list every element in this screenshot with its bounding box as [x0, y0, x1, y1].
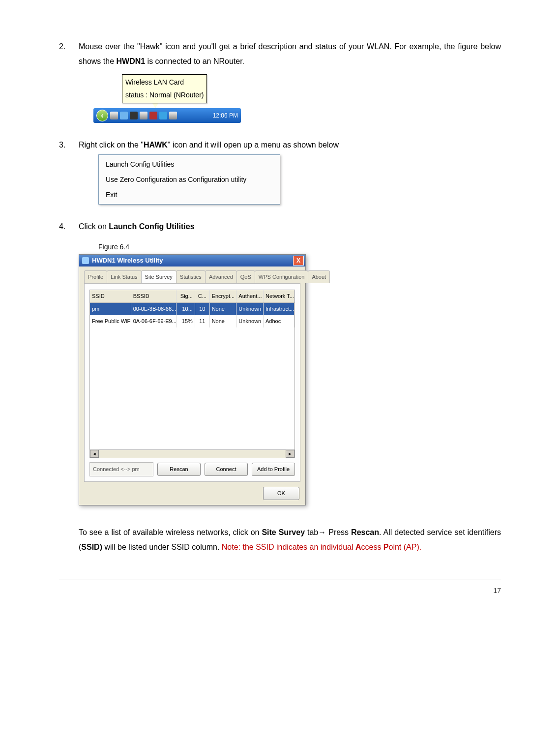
close-button[interactable]: X	[293, 256, 304, 266]
ok-button[interactable]: OK	[263, 487, 299, 500]
rescan-button[interactable]: Rescan	[157, 463, 201, 476]
step-2: 2. Mouse over the "Hawk" icon and you'll…	[59, 39, 501, 123]
cell-bssid: 0A-06-6F-69-E9...	[131, 315, 177, 327]
tray-hawk-icon[interactable]	[159, 112, 167, 119]
network-list: SSID BSSID Sig... C... Encrypt... Authen…	[89, 290, 295, 458]
cell-encrypt: None	[210, 315, 237, 327]
window-titlebar[interactable]: HWDN1 Wireless Utility X	[79, 255, 305, 266]
tab-link-status[interactable]: Link Status	[107, 270, 141, 283]
app-icon	[82, 257, 89, 264]
site-survey-pane: SSID BSSID Sig... C... Encrypt... Authen…	[84, 283, 300, 482]
scroll-left-icon[interactable]: ◄	[90, 450, 99, 458]
step-4-text: Click on Launch Config Utilities	[79, 219, 501, 234]
hawk-bold: HAWK	[144, 141, 168, 149]
cell-channel: 10	[195, 303, 210, 315]
text: Right click on the "	[79, 141, 144, 149]
explanation-paragraph: To see a list of available wireless netw…	[59, 525, 501, 555]
step-list: 2. Mouse over the "Hawk" icon and you'll…	[59, 39, 501, 505]
scroll-right-icon[interactable]: ►	[286, 450, 295, 458]
tooltip-arrow-icon	[152, 103, 158, 108]
step-2-text: Mouse over the "Hawk" icon and you'll ge…	[79, 39, 501, 69]
tray-tooltip: Wireless LAN Card status : Normal (NRout…	[122, 74, 207, 103]
tray-remove-icon[interactable]	[169, 112, 177, 119]
windows-taskbar: ‹ 12:06 PM	[93, 108, 241, 123]
cell-auth: Unknown	[236, 315, 264, 327]
cell-ssid: pm	[90, 303, 131, 315]
text: tab	[305, 528, 318, 536]
cell-auth: Unknown	[236, 303, 264, 315]
tray-context-menu: Launch Config Utilities Use Zero Configu…	[98, 154, 280, 205]
col-network[interactable]: Network T...	[264, 290, 295, 302]
network-row[interactable]: pm 00-0E-3B-08-66... 10... 10 None Unkno…	[90, 303, 295, 315]
connection-status: Connected <--> pm	[89, 462, 153, 476]
rescan-bold: Rescan	[351, 528, 379, 536]
text: To see a list of available wireless netw…	[79, 528, 262, 536]
menu-exit[interactable]: Exit	[106, 187, 273, 203]
step-number: 2.	[59, 39, 65, 54]
cell-network: Infrastruct...	[264, 303, 295, 315]
launch-config-bold: Launch Config Utilities	[109, 222, 194, 231]
figure-label: Figure 6.4	[98, 240, 501, 254]
text: " icon and it will open up a menu as sho…	[168, 141, 339, 149]
step-4: 4. Click on Launch Config Utilities Figu…	[59, 219, 501, 505]
step-number: 4.	[59, 219, 65, 234]
hwdn1-bold: HWDN1	[116, 57, 145, 65]
cell-encrypt: None	[210, 303, 237, 315]
text: will be listed under SSID column.	[102, 543, 222, 551]
cell-signal: 10...	[177, 303, 195, 315]
col-ssid[interactable]: SSID	[90, 290, 131, 302]
step-3-text: Right click on the "HAWK" icon and it wi…	[79, 138, 501, 152]
site-survey-bold: Site Survey	[262, 528, 305, 536]
tab-profile[interactable]: Profile	[84, 270, 107, 283]
cell-signal: 15%	[177, 315, 195, 327]
col-channel[interactable]: C...	[195, 290, 210, 302]
tab-qos[interactable]: QoS	[236, 270, 255, 283]
page-number: 17	[59, 584, 501, 597]
step-3: 3. Right click on the "HAWK" icon and it…	[59, 138, 501, 205]
col-signal[interactable]: Sig...	[177, 290, 195, 302]
ssid-bold: SSID)	[81, 543, 102, 551]
text: is connected to an NRouter.	[145, 57, 244, 65]
footer-rule	[59, 580, 501, 580]
tab-wps[interactable]: WPS Configuration	[255, 270, 309, 283]
network-row[interactable]: Free Public WiFi 0A-06-6F-69-E9... 15% 1…	[90, 315, 295, 327]
tray-app-icon[interactable]	[130, 112, 138, 119]
network-list-header: SSID BSSID Sig... C... Encrypt... Authen…	[90, 290, 295, 303]
dialog-button-row: OK	[79, 482, 305, 505]
tab-advanced[interactable]: Advanced	[205, 270, 237, 283]
tab-site-survey[interactable]: Site Survey	[141, 270, 177, 283]
col-bssid[interactable]: BSSID	[131, 290, 177, 302]
tooltip-line2: status : Normal (NRouter)	[125, 89, 204, 102]
cell-ssid: Free Public WiFi	[90, 315, 131, 327]
menu-use-zero-config[interactable]: Use Zero Configuration as Configuration …	[106, 172, 273, 187]
connect-button[interactable]: Connect	[205, 463, 248, 476]
network-list-body: pm 00-0E-3B-08-66... 10... 10 None Unkno…	[90, 303, 295, 449]
tab-statistics[interactable]: Statistics	[176, 270, 206, 283]
text: Click on	[79, 222, 109, 231]
col-auth[interactable]: Authent...	[236, 290, 264, 302]
tooltip-line1: Wireless LAN Card	[125, 76, 204, 89]
tab-strip: Profile Link Status Site Survey Statisti…	[79, 266, 305, 283]
note-red: Note: the SSID indicates an individual A…	[222, 543, 421, 551]
cell-channel: 11	[195, 315, 210, 327]
tray-network-icon[interactable]	[120, 112, 128, 119]
text: Press	[326, 528, 351, 536]
close-icon: X	[296, 255, 300, 266]
horizontal-scrollbar[interactable]: ◄ ►	[90, 449, 295, 458]
col-encrypt[interactable]: Encrypt...	[210, 290, 237, 302]
tray-shield-icon[interactable]	[149, 112, 157, 119]
tray-monitor-icon[interactable]	[110, 112, 118, 119]
menu-launch-config[interactable]: Launch Config Utilities	[106, 157, 273, 172]
tray-volume-icon[interactable]	[140, 112, 147, 119]
add-to-profile-button[interactable]: Add to Profile	[252, 463, 295, 476]
wireless-utility-window: HWDN1 Wireless Utility X Profile Link St…	[79, 254, 306, 505]
window-title: HWDN1 Wireless Utility	[92, 255, 163, 267]
figure-tooltip-taskbar: Wireless LAN Card status : Normal (NRout…	[93, 74, 241, 123]
cell-network: Adhoc	[264, 315, 295, 327]
arrow-icon: →	[318, 528, 326, 536]
cell-bssid: 00-0E-3B-08-66...	[131, 303, 177, 315]
survey-bottom-row: Connected <--> pm Rescan Connect Add to …	[89, 462, 295, 476]
tab-about[interactable]: About	[308, 270, 330, 283]
start-button[interactable]: ‹	[96, 110, 108, 121]
taskbar-clock: 12:06 PM	[213, 110, 238, 121]
